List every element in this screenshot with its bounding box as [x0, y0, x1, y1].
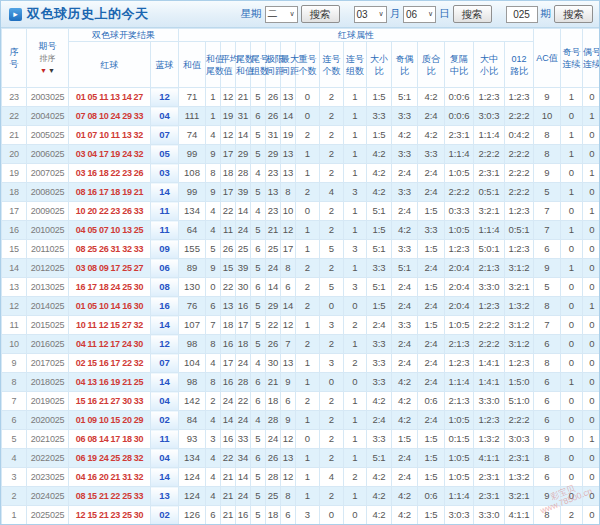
consecutive-groups: 3	[344, 278, 367, 297]
group-header-result: 双色球开奖结果	[69, 29, 179, 42]
repeat-count: 1	[296, 221, 320, 240]
tail-groups: 6	[251, 449, 266, 468]
average: 17	[221, 145, 236, 164]
consecutive-count: 2	[320, 164, 344, 183]
tail-sum: 14	[236, 202, 251, 221]
issue: 2014025	[27, 297, 69, 316]
consecutive-count: 2	[320, 411, 344, 430]
blue-ball: 12	[151, 335, 179, 354]
issue-search-button[interactable]: 搜索	[554, 5, 593, 23]
date-search-button[interactable]: 搜索	[453, 5, 492, 23]
consecutive-groups: 1	[344, 107, 367, 126]
col-header-seq: 序号	[2, 29, 27, 88]
road-012-ratio: 3:0:3	[505, 430, 534, 449]
consecutive-count: 2	[320, 145, 344, 164]
average: 17	[221, 354, 236, 373]
col-header-issue-sort[interactable]: 期号 排序 ▼▼	[27, 29, 69, 88]
col-header-limit-span: 极限间距	[266, 42, 281, 88]
fgz-ratio: 1:1:4	[445, 373, 474, 392]
red-balls: 06 08 14 17 18 30	[69, 430, 151, 449]
red-balls: 10 20 22 23 26 33	[69, 202, 151, 221]
table-body: 23200302501 05 11 13 14 2712711122152613…	[2, 88, 600, 525]
col-header-prime-ratio: 质合比	[418, 42, 445, 88]
fgz-ratio: 0:0:6	[445, 107, 474, 126]
month-select-value: 03	[357, 9, 368, 20]
month-label: 月	[390, 7, 401, 21]
ac-value: 8	[534, 297, 561, 316]
max-gap: 13	[281, 449, 296, 468]
consecutive-count: 0	[320, 373, 344, 392]
col-header-odd-run: 奇号连续	[561, 29, 583, 88]
dzx-ratio: 4:1:1	[474, 449, 505, 468]
average: 22	[221, 449, 236, 468]
prime-ratio: 1:5	[418, 240, 445, 259]
even-run: 0	[583, 373, 600, 392]
limit-span: 18	[266, 392, 281, 411]
sum: 84	[179, 411, 206, 430]
average: 14	[221, 411, 236, 430]
blue-ball: 11	[151, 202, 179, 221]
sort-asc-icon[interactable]: ▼	[48, 67, 55, 74]
road-012-ratio: 1:2:3	[505, 354, 534, 373]
average: 12	[221, 88, 236, 107]
average: 19	[221, 107, 236, 126]
prime-ratio: 2:4	[418, 107, 445, 126]
col-header-tail-groups: 尾号组数	[251, 42, 266, 88]
max-gap: 12	[281, 221, 296, 240]
ac-value: 5	[534, 183, 561, 202]
road-012-ratio: 1:2:3	[505, 202, 534, 221]
odd-run: 0	[561, 392, 583, 411]
tail-sum: 14	[236, 126, 251, 145]
ac-value: 5	[534, 278, 561, 297]
fgz-ratio: 1:1:4	[445, 487, 474, 506]
consecutive-count: 2	[320, 107, 344, 126]
sum-tail: 4	[206, 126, 221, 145]
even-run: 0	[583, 145, 600, 164]
table-row: 9201702502 15 16 17 22 32071044172443013…	[2, 354, 600, 373]
table-row: 12201402501 05 10 14 16 3016766131652914…	[2, 297, 600, 316]
average: 11	[221, 221, 236, 240]
consecutive-count: 0	[320, 506, 344, 525]
max-gap: 12	[281, 468, 296, 487]
sort-desc-icon[interactable]: ▼	[40, 67, 47, 74]
red-balls: 04 16 20 21 31 32	[69, 468, 151, 487]
seq: 16	[2, 221, 27, 240]
month-select[interactable]: 03 ∨	[354, 6, 387, 23]
tail-groups: 5	[251, 183, 266, 202]
seq: 11	[2, 316, 27, 335]
issue-input[interactable]	[506, 6, 538, 23]
dzx-ratio: 2:3:1	[474, 487, 505, 506]
week-select[interactable]: 二 ∨	[265, 6, 298, 23]
consecutive-groups: 1	[344, 88, 367, 107]
sum: 111	[179, 107, 206, 126]
repeat-count: 2	[296, 335, 320, 354]
group-header-red-attrs: 红球属性	[179, 29, 534, 42]
fgz-ratio: 2:0:4	[445, 297, 474, 316]
sum-tail: 4	[206, 468, 221, 487]
size-ratio: 1:5	[367, 221, 392, 240]
prime-ratio: 4:2	[418, 126, 445, 145]
fgz-ratio: 1:2:3	[445, 354, 474, 373]
consecutive-count: 2	[320, 430, 344, 449]
road-012-ratio: 1:3:2	[505, 468, 534, 487]
issue-label: 期	[541, 7, 552, 21]
red-balls: 02 15 16 17 22 32	[69, 354, 151, 373]
sum: 93	[179, 430, 206, 449]
odd-even-ratio: 2:4	[392, 354, 418, 373]
tail-groups: 5	[251, 316, 266, 335]
day-select[interactable]: 06 ∨	[403, 6, 436, 23]
ac-value: 8	[534, 145, 561, 164]
ac-value: 9	[534, 164, 561, 183]
red-balls: 01 05 11 13 14 27	[69, 88, 151, 107]
chevron-down-icon: ∨	[428, 10, 433, 18]
repeat-count: 1	[296, 316, 320, 335]
prime-ratio: 2:4	[418, 373, 445, 392]
consecutive-groups: 2	[344, 316, 367, 335]
dzx-ratio: 3:3:0	[474, 506, 505, 525]
week-search-button[interactable]: 搜索	[301, 5, 340, 23]
road-012-ratio: 4:1:1	[505, 506, 534, 525]
sum-tail: 9	[206, 145, 221, 164]
day-label: 日	[439, 7, 450, 21]
seq: 10	[2, 335, 27, 354]
prime-ratio: 0:6	[418, 392, 445, 411]
